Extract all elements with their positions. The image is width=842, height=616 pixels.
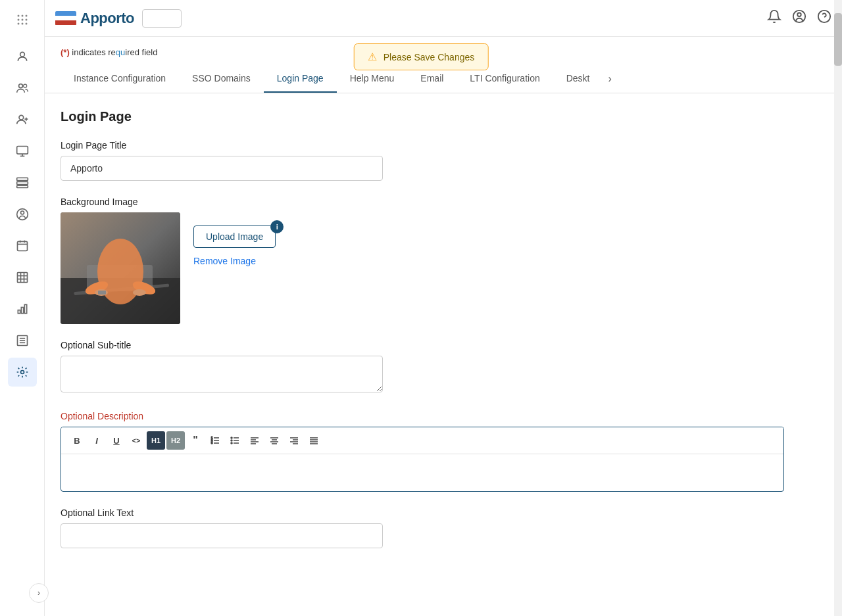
image-actions: Upload Image i Remove Image <box>193 212 276 266</box>
sidebar-person-circle-icon[interactable] <box>8 200 37 229</box>
rte-bold-btn[interactable]: B <box>68 431 86 450</box>
topbar-right <box>767 9 831 27</box>
svg-point-0 <box>17 15 19 17</box>
sidebar-chart-icon[interactable] <box>8 295 37 323</box>
rte-ul-btn[interactable] <box>226 431 244 450</box>
rte-editor: B I U <> H1 H2 " 1 2 3 <box>61 427 784 492</box>
required-highlight: qu <box>116 47 125 57</box>
user-circle-icon[interactable] <box>792 9 806 27</box>
svg-point-63 <box>231 437 232 438</box>
rte-align-center-btn[interactable] <box>265 431 284 450</box>
sidebar-gear-icon[interactable] <box>8 358 37 387</box>
svg-rect-34 <box>24 304 26 313</box>
svg-point-5 <box>25 19 27 21</box>
rte-underline-btn[interactable]: U <box>107 431 126 450</box>
tab-deskt[interactable]: Deskt <box>553 65 603 93</box>
svg-point-65 <box>231 442 232 444</box>
svg-point-41 <box>797 13 801 17</box>
required-text: indicates re <box>72 47 115 57</box>
svg-point-8 <box>25 23 27 25</box>
alert-banner: ⚠ Please Save Changes <box>354 43 489 70</box>
alert-message: Please Save Changes <box>384 52 475 62</box>
svg-point-10 <box>18 84 22 88</box>
svg-rect-53 <box>98 291 106 295</box>
svg-point-3 <box>17 19 19 21</box>
rte-align-left-btn[interactable] <box>245 431 264 450</box>
login-title-section: Login Page Title <box>61 140 826 181</box>
svg-rect-33 <box>21 308 23 314</box>
optional-link-section: Optional Link Text <box>61 508 826 548</box>
login-title-label: Login Page Title <box>61 140 826 151</box>
bg-image-container: Upload Image i Remove Image <box>61 212 826 324</box>
tab-instance-config[interactable]: Instance Configuration <box>61 65 179 93</box>
sidebar-table-icon[interactable] <box>8 263 37 292</box>
svg-point-1 <box>21 15 23 17</box>
sidebar-user-icon[interactable] <box>8 42 37 71</box>
upload-image-btn[interactable]: Upload Image <box>193 225 276 248</box>
tab-login-page[interactable]: Login Page <box>264 65 337 93</box>
rte-blockquote-btn[interactable]: " <box>186 431 205 450</box>
svg-point-2 <box>25 15 27 17</box>
sidebar-monitor-icon[interactable] <box>8 137 37 166</box>
sidebar-list-icon[interactable] <box>8 326 37 355</box>
topbar-left: Apporto <box>55 9 182 28</box>
sidebar-useradd-icon[interactable] <box>8 105 37 134</box>
rte-h2-btn[interactable]: H2 <box>166 431 185 450</box>
optional-subtitle-input[interactable] <box>61 356 383 392</box>
required-text2: ired field <box>125 47 157 57</box>
bg-image-preview <box>61 212 180 324</box>
required-asterisk: (*) <box>61 47 70 57</box>
rte-code-btn[interactable]: <> <box>127 431 145 450</box>
topbar: Apporto <box>45 0 842 37</box>
rte-ol-btn[interactable]: 1 2 3 <box>206 431 224 450</box>
sidebar: › <box>0 0 45 616</box>
optional-subtitle-label: Optional Sub-title <box>61 340 826 350</box>
tab-more-btn[interactable]: › <box>603 65 617 93</box>
svg-point-64 <box>231 440 232 441</box>
svg-rect-20 <box>16 185 28 187</box>
topbar-extra-control[interactable] <box>142 9 182 28</box>
upload-info-icon[interactable]: i <box>270 220 284 233</box>
grid-menu-icon[interactable] <box>8 5 37 34</box>
logo: Apporto <box>55 10 134 27</box>
svg-point-6 <box>17 23 19 25</box>
page-heading: Login Page <box>61 109 826 124</box>
optional-link-input[interactable] <box>61 523 383 548</box>
svg-point-52 <box>133 289 146 296</box>
svg-point-4 <box>21 19 23 21</box>
svg-rect-27 <box>17 273 27 283</box>
svg-point-12 <box>19 115 24 120</box>
logo-text: Apporto <box>80 10 134 27</box>
rte-justify-btn[interactable] <box>305 431 323 450</box>
optional-link-label: Optional Link Text <box>61 508 826 518</box>
content-scroll: (*) indicates required field Instance Co… <box>45 37 842 616</box>
remove-image-link[interactable]: Remove Image <box>193 256 276 266</box>
svg-rect-23 <box>17 241 27 250</box>
svg-point-9 <box>20 52 24 57</box>
optional-desc-label: Optional Description <box>61 411 826 421</box>
bg-image-label: Background Image <box>61 197 826 207</box>
bell-icon[interactable] <box>767 9 781 27</box>
tab-sso-domains[interactable]: SSO Domains <box>179 65 264 93</box>
sidebar-collapse-btn[interactable]: › <box>29 583 49 603</box>
svg-rect-19 <box>16 181 28 184</box>
logo-flag <box>55 11 76 26</box>
svg-text:3: 3 <box>211 441 213 444</box>
sidebar-calendar-icon[interactable] <box>8 231 37 260</box>
main-area: Apporto ⚠ Please Save Ch <box>45 0 842 616</box>
rte-italic-btn[interactable]: I <box>87 431 106 450</box>
rte-align-right-btn[interactable] <box>285 431 303 450</box>
optional-desc-section: Optional Description B I U <> H1 H2 " <box>61 411 826 492</box>
alert-warning-icon: ⚠ <box>368 51 377 63</box>
help-icon[interactable] <box>817 9 831 27</box>
login-title-input[interactable] <box>61 156 383 181</box>
rte-h1-btn[interactable]: H1 <box>147 431 165 450</box>
rte-toolbar: B I U <> H1 H2 " 1 2 3 <box>61 427 783 454</box>
svg-rect-32 <box>18 310 20 314</box>
svg-rect-18 <box>16 178 28 181</box>
rte-content[interactable] <box>61 454 783 491</box>
sidebar-server-icon[interactable] <box>8 168 37 197</box>
svg-rect-15 <box>16 147 28 154</box>
sidebar-users-icon[interactable] <box>8 74 37 103</box>
optional-subtitle-section: Optional Sub-title <box>61 340 826 395</box>
